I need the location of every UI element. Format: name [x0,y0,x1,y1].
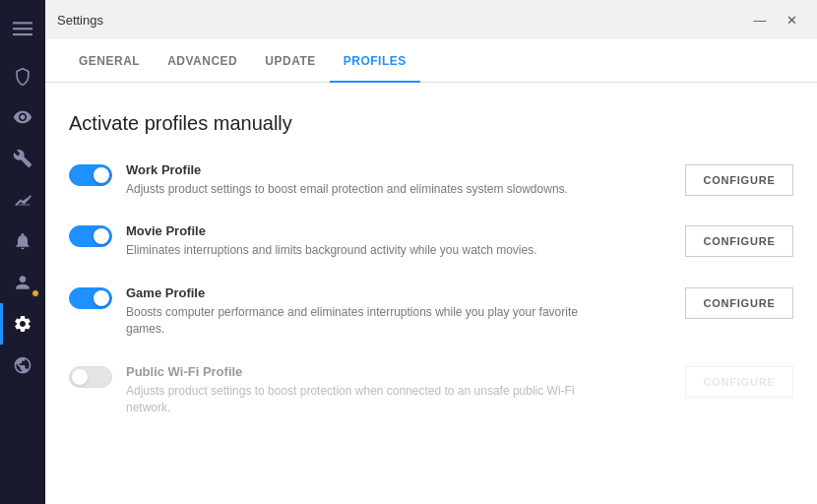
activity-icon[interactable] [0,179,45,220]
main-panel: Settings — ✕ GENERAL ADVANCED UPDATE PRO… [45,0,817,504]
tab-update[interactable]: UPDATE [251,39,329,83]
svg-rect-2 [13,33,32,35]
tab-bar: GENERAL ADVANCED UPDATE PROFILES [45,39,817,83]
settings-icon[interactable] [0,303,45,345]
window-title: Settings [57,13,103,28]
profile-info-work: Work Profile Adjusts product settings to… [126,162,671,198]
tab-profiles[interactable]: PROFILES [330,39,420,83]
profile-desc-game: Boosts computer performance and eliminat… [126,304,618,339]
profile-name-work: Work Profile [126,162,671,177]
profile-name-wifi: Public Wi-Fi Profile [126,364,671,379]
toggle-movie[interactable] [69,225,112,247]
configure-button-wifi: CONFIGURE [685,366,793,398]
alert-badge [31,289,39,297]
profile-desc-movie: Eliminates interruptions and limits back… [126,242,618,259]
profile-desc-wifi: Adjusts product settings to boost protec… [126,383,618,417]
svg-rect-1 [13,28,32,30]
profile-name-movie: Movie Profile [126,223,671,238]
menu-icon[interactable] [0,8,45,49]
toggle-wifi[interactable] [69,366,112,388]
profile-info-game: Game Profile Boosts computer performance… [126,285,671,339]
configure-button-work[interactable]: CONFIGURE [685,164,793,196]
profile-row-movie: Movie Profile Eliminates interruptions a… [69,223,793,259]
profile-row-game: Game Profile Boosts computer performance… [69,285,793,339]
window-controls: — ✕ [746,8,805,32]
svg-rect-0 [13,22,32,24]
configure-button-game[interactable]: CONFIGURE [685,287,793,319]
titlebar: Settings — ✕ [45,0,817,39]
toggle-work[interactable] [69,164,112,186]
profile-name-game: Game Profile [126,285,671,300]
globe-icon[interactable] [0,345,45,386]
sidebar [0,0,45,504]
bell-icon[interactable] [0,220,45,262]
configure-button-movie[interactable]: CONFIGURE [685,225,793,257]
toggle-game[interactable] [69,287,112,309]
profile-row-wifi: Public Wi-Fi Profile Adjusts product set… [69,364,793,417]
section-title: Activate profiles manually [69,112,793,135]
profile-info-wifi: Public Wi-Fi Profile Adjusts product set… [126,364,671,417]
close-button[interactable]: ✕ [778,8,805,32]
profile-info-movie: Movie Profile Eliminates interruptions a… [126,223,671,259]
eye-icon[interactable] [0,96,45,138]
tab-advanced[interactable]: ADVANCED [154,39,251,83]
content-area: Activate profiles manually Work Profile … [45,83,817,504]
tools-icon[interactable] [0,138,45,179]
tab-general[interactable]: GENERAL [65,39,154,83]
user-alert-icon[interactable] [0,262,45,303]
shield-icon[interactable] [0,55,45,96]
profile-desc-work: Adjusts product settings to boost email … [126,181,618,198]
profile-row-work: Work Profile Adjusts product settings to… [69,162,793,198]
minimize-button[interactable]: — [746,8,774,32]
